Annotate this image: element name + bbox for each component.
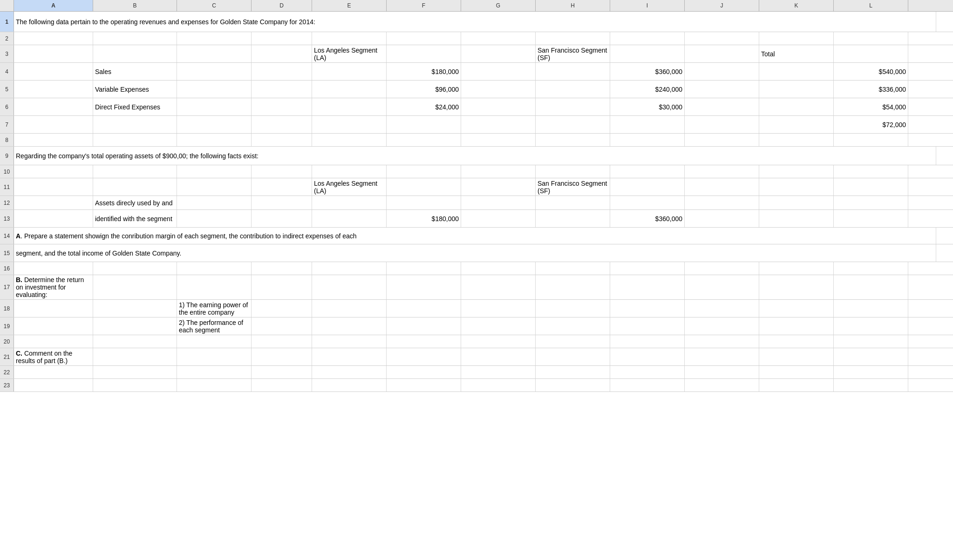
cell-8f[interactable] [387, 134, 461, 146]
cell-3i[interactable] [610, 45, 685, 62]
cell-20l[interactable] [834, 335, 908, 348]
cell-5g[interactable] [461, 81, 536, 98]
cell-21b[interactable] [93, 348, 177, 365]
cell-22c[interactable] [177, 366, 252, 378]
cell-6e[interactable] [312, 98, 387, 115]
cell-13l[interactable] [834, 210, 908, 227]
cell-8h[interactable] [536, 134, 610, 146]
cell-10k[interactable] [759, 165, 834, 178]
cell-4f[interactable]: $180,000 [387, 63, 461, 80]
cell-11j[interactable] [685, 178, 759, 196]
cell-9a[interactable]: Regarding the company's total operating … [14, 147, 936, 165]
cell-16l[interactable] [834, 262, 908, 275]
cell-23i[interactable] [610, 379, 685, 391]
cell-11g[interactable] [461, 178, 536, 196]
cell-20c[interactable] [177, 335, 252, 348]
cell-19e[interactable] [312, 317, 387, 335]
cell-20k[interactable] [759, 335, 834, 348]
cell-12f[interactable] [387, 196, 461, 209]
cell-18f[interactable] [387, 300, 461, 317]
cell-23e[interactable] [312, 379, 387, 391]
cell-10l[interactable] [834, 165, 908, 178]
cell-17k[interactable] [759, 275, 834, 299]
cell-3g[interactable] [461, 45, 536, 62]
cell-2i[interactable] [610, 32, 685, 45]
cell-19j[interactable] [685, 317, 759, 335]
cell-19l[interactable] [834, 317, 908, 335]
cell-11f[interactable] [387, 178, 461, 196]
cell-21h[interactable] [536, 348, 610, 365]
cell-4h[interactable] [536, 63, 610, 80]
cell-7i[interactable] [610, 116, 685, 133]
cell-19i[interactable] [610, 317, 685, 335]
cell-3f[interactable] [387, 45, 461, 62]
cell-12k[interactable] [759, 196, 834, 209]
cell-5j[interactable] [685, 81, 759, 98]
cell-23c[interactable] [177, 379, 252, 391]
cell-4c[interactable] [177, 63, 252, 80]
cell-11b[interactable] [93, 178, 177, 196]
cell-10g[interactable] [461, 165, 536, 178]
cell-21c[interactable] [177, 348, 252, 365]
cell-3l[interactable] [834, 45, 908, 62]
cell-20f[interactable] [387, 335, 461, 348]
cell-8b[interactable] [93, 134, 177, 146]
cell-20b[interactable] [93, 335, 177, 348]
cell-18e[interactable] [312, 300, 387, 317]
cell-20g[interactable] [461, 335, 536, 348]
cell-23h[interactable] [536, 379, 610, 391]
cell-16b[interactable] [93, 262, 177, 275]
cell-7k[interactable] [759, 116, 834, 133]
cell-19k[interactable] [759, 317, 834, 335]
cell-5d[interactable] [252, 81, 312, 98]
cell-18k[interactable] [759, 300, 834, 317]
cell-23b[interactable] [93, 379, 177, 391]
cell-10e[interactable] [312, 165, 387, 178]
cell-18d[interactable] [252, 300, 312, 317]
cell-7c[interactable] [177, 116, 252, 133]
cell-2a[interactable] [14, 32, 93, 45]
cell-16d[interactable] [252, 262, 312, 275]
cell-6g[interactable] [461, 98, 536, 115]
cell-13e[interactable] [312, 210, 387, 227]
cell-22k[interactable] [759, 366, 834, 378]
cell-17a[interactable]: B. Determine the return on investment fo… [14, 275, 93, 299]
cell-23g[interactable] [461, 379, 536, 391]
cell-21a[interactable]: C. Comment on the results of part (B.) [14, 348, 93, 365]
cell-20d[interactable] [252, 335, 312, 348]
cell-2g[interactable] [461, 32, 536, 45]
cell-17j[interactable] [685, 275, 759, 299]
cell-8g[interactable] [461, 134, 536, 146]
cell-2k[interactable] [759, 32, 834, 45]
cell-17l[interactable] [834, 275, 908, 299]
cell-16h[interactable] [536, 262, 610, 275]
cell-23a[interactable] [14, 379, 93, 391]
cell-17d[interactable] [252, 275, 312, 299]
cell-22l[interactable] [834, 366, 908, 378]
cell-17i[interactable] [610, 275, 685, 299]
cell-12b[interactable]: Assets direcly used by and [93, 196, 177, 209]
cell-18g[interactable] [461, 300, 536, 317]
cell-22e[interactable] [312, 366, 387, 378]
cell-8j[interactable] [685, 134, 759, 146]
cell-22a[interactable] [14, 366, 93, 378]
cell-2f[interactable] [387, 32, 461, 45]
cell-20j[interactable] [685, 335, 759, 348]
cell-2c[interactable] [177, 32, 252, 45]
cell-13k[interactable] [759, 210, 834, 227]
cell-20h[interactable] [536, 335, 610, 348]
cell-17b[interactable] [93, 275, 177, 299]
cell-6a[interactable] [14, 98, 93, 115]
cell-11e[interactable]: Los Angeles Segment (LA) [312, 178, 387, 196]
cell-16k[interactable] [759, 262, 834, 275]
cell-18i[interactable] [610, 300, 685, 317]
cell-14a[interactable]: A. Prepare a statement showign the conri… [14, 228, 936, 244]
cell-13i[interactable]: $360,000 [610, 210, 685, 227]
cell-6h[interactable] [536, 98, 610, 115]
cell-3a[interactable] [14, 45, 93, 62]
cell-12a[interactable] [14, 196, 93, 209]
cell-13c[interactable] [177, 210, 252, 227]
cell-23d[interactable] [252, 379, 312, 391]
cell-19c[interactable]: 2) The performance of each segment [177, 317, 252, 335]
cell-7h[interactable] [536, 116, 610, 133]
